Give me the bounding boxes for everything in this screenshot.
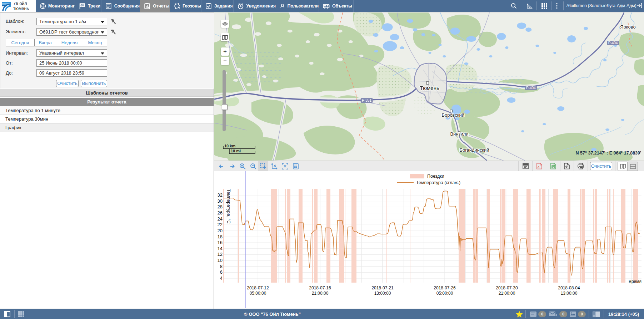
svg-text:21:00:00: 21:00:00 bbox=[312, 291, 329, 296]
svg-text:2018-07-21: 2018-07-21 bbox=[371, 285, 394, 290]
svg-text:22: 22 bbox=[218, 222, 223, 227]
svg-text:Ярково: Ярково bbox=[620, 24, 636, 30]
svg-text:10 km: 10 km bbox=[224, 144, 235, 148]
svg-text:Температура, °C: Температура, °C bbox=[226, 189, 231, 224]
svg-text:20: 20 bbox=[218, 228, 223, 233]
svg-text:2018-07-26: 2018-07-26 bbox=[434, 285, 456, 290]
svg-text:18: 18 bbox=[218, 234, 223, 239]
svg-text:Р-404: Р-404 bbox=[608, 41, 618, 45]
svg-text:16: 16 bbox=[218, 240, 223, 245]
svg-text:4: 4 bbox=[220, 275, 223, 281]
svg-text:Боровский: Боровский bbox=[441, 112, 464, 118]
svg-text:05:00:00: 05:00:00 bbox=[250, 291, 266, 296]
svg-text:10 mi: 10 mi bbox=[231, 149, 241, 153]
svg-text:05:00:00: 05:00:00 bbox=[436, 291, 453, 296]
svg-text:2018-08-04: 2018-08-04 bbox=[558, 285, 580, 290]
svg-text:Температура (сглаж.): Температура (сглаж.) bbox=[416, 180, 460, 185]
svg-text:тюмень: тюмень bbox=[13, 6, 29, 11]
svg-text:13:00:00: 13:00:00 bbox=[374, 291, 391, 296]
svg-text:8: 8 bbox=[220, 264, 223, 269]
svg-text:30: 30 bbox=[218, 198, 223, 204]
svg-text:Время: Время bbox=[629, 279, 641, 284]
svg-text:6: 6 bbox=[220, 269, 223, 275]
svg-text:Р-404: Р-404 bbox=[526, 86, 536, 90]
svg-text:Винзили: Винзили bbox=[450, 131, 468, 137]
svg-text:2018-07-16: 2018-07-16 bbox=[309, 285, 331, 290]
svg-text:12: 12 bbox=[218, 252, 223, 257]
svg-text:Р-351: Р-351 bbox=[362, 98, 371, 102]
svg-text:2018-07-30: 2018-07-30 bbox=[496, 285, 518, 290]
svg-text:28: 28 bbox=[218, 204, 223, 209]
svg-text:13:00:00: 13:00:00 bbox=[561, 291, 578, 296]
svg-text:2018-07-12: 2018-07-12 bbox=[247, 285, 269, 290]
svg-text:Тюмень: Тюмень bbox=[420, 85, 439, 91]
svg-text:21:00:00: 21:00:00 bbox=[499, 291, 515, 296]
svg-text:10: 10 bbox=[218, 258, 223, 263]
svg-text:A: A bbox=[538, 166, 539, 168]
svg-text:Поездки: Поездки bbox=[427, 174, 444, 179]
svg-text:14: 14 bbox=[218, 246, 223, 251]
svg-text:76 ойл: 76 ойл bbox=[13, 1, 27, 6]
svg-text:24: 24 bbox=[218, 216, 223, 222]
svg-text:32: 32 bbox=[218, 192, 223, 198]
svg-text:26: 26 bbox=[218, 210, 223, 216]
svg-text:Богандинский: Богандинский bbox=[459, 147, 489, 153]
